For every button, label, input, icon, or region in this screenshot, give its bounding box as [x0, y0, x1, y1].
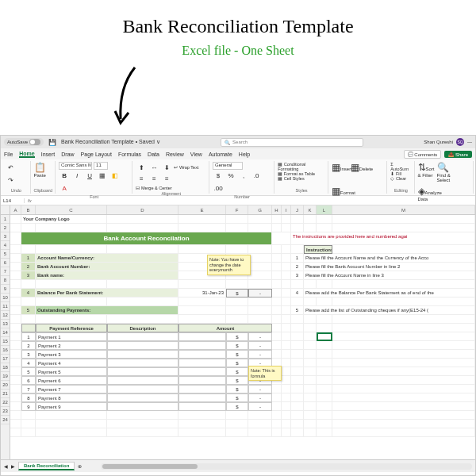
cell[interactable] [317, 224, 332, 232]
cell[interactable] [10, 376, 21, 385]
cell[interactable]: 7 [21, 385, 36, 393]
delete-button[interactable]: ▦Delete [351, 162, 368, 184]
cell[interactable] [226, 298, 248, 306]
format-button[interactable]: ▦Format [332, 186, 349, 208]
cell[interactable]: - [248, 341, 272, 350]
cell[interactable] [272, 245, 282, 254]
dec-inc-icon[interactable]: .0 [251, 170, 262, 181]
number-format-select[interactable]: General [213, 162, 243, 170]
comma-icon[interactable]: , [238, 170, 249, 181]
cell[interactable] [272, 393, 282, 402]
cell[interactable] [332, 420, 475, 428]
cell[interactable] [304, 332, 317, 341]
cell[interactable] [304, 350, 317, 359]
cell[interactable]: 9 [21, 402, 36, 411]
cell[interactable]: 5 [21, 367, 36, 376]
tab-review[interactable]: Review [166, 152, 184, 157]
cell[interactable] [282, 411, 291, 420]
col-header-I[interactable]: I [282, 205, 291, 214]
cell[interactable] [178, 420, 226, 428]
cell[interactable] [10, 341, 21, 350]
note-date[interactable]: Note: You have to change the date everym… [207, 255, 251, 275]
cell[interactable] [10, 420, 21, 428]
align-right-icon[interactable]: ≡ [161, 173, 172, 184]
cell[interactable] [226, 245, 248, 254]
cell[interactable]: 4 [21, 359, 36, 367]
merge-button[interactable]: ⊟ Merge & Center [136, 186, 171, 190]
row-header-11[interactable]: 11 [1, 302, 10, 311]
cell[interactable]: Amount [178, 324, 272, 332]
fx-icon[interactable]: fx [25, 198, 35, 203]
cell[interactable] [272, 420, 282, 428]
cell[interactable] [304, 359, 317, 367]
cell[interactable] [248, 411, 272, 420]
tab-view[interactable]: View [190, 152, 202, 157]
cell[interactable] [304, 420, 317, 428]
row-header-8[interactable]: 8 [1, 276, 10, 285]
cell[interactable] [291, 332, 304, 341]
row-header-15[interactable]: 15 [1, 337, 10, 346]
cell[interactable] [332, 385, 475, 393]
underline-icon[interactable]: U [84, 170, 95, 181]
cell[interactable] [291, 385, 304, 393]
border-icon[interactable]: ▦ [97, 170, 108, 181]
cell[interactable] [107, 411, 178, 420]
cell[interactable] [282, 332, 291, 341]
cell[interactable]: - [248, 332, 272, 341]
cell[interactable]: Bank Account Number: [36, 263, 178, 271]
cell[interactable] [178, 376, 226, 385]
cell[interactable] [178, 350, 226, 359]
cell[interactable] [282, 359, 291, 367]
cell[interactable] [332, 224, 475, 232]
cell[interactable] [107, 402, 178, 411]
cell[interactable] [291, 402, 304, 411]
cell[interactable] [178, 245, 226, 254]
cell[interactable] [272, 306, 282, 315]
cell[interactable] [272, 224, 282, 232]
cell[interactable] [272, 350, 282, 359]
cell[interactable]: Payment Reference [36, 324, 107, 332]
cell[interactable]: 3 [21, 271, 36, 280]
cell[interactable] [248, 271, 272, 280]
cell[interactable]: $ [226, 289, 248, 298]
cell[interactable] [10, 280, 21, 289]
row-header-10[interactable]: 10 [1, 294, 10, 302]
cell[interactable] [332, 215, 475, 224]
tab-pagelayout[interactable]: Page Layout [81, 152, 112, 157]
cell[interactable] [282, 324, 291, 332]
align-mid-icon[interactable]: ↔ [148, 162, 159, 173]
user-name[interactable]: Shan Qureshi [424, 140, 453, 144]
cell[interactable] [317, 385, 332, 393]
tab-insert[interactable]: Insert [41, 152, 56, 157]
cell[interactable] [178, 393, 226, 402]
cell[interactable] [291, 341, 304, 350]
cell[interactable] [248, 280, 272, 289]
find-button[interactable]: 🔍Find & Select [437, 162, 455, 184]
sort-button[interactable]: ⇅Sort & Filter [418, 162, 436, 184]
cell[interactable] [317, 341, 332, 350]
cell[interactable] [332, 341, 475, 350]
cell[interactable] [178, 215, 226, 224]
cell[interactable] [107, 315, 178, 324]
row-header-21[interactable]: 21 [1, 390, 10, 398]
align-top-icon[interactable]: ⬆ [136, 162, 147, 173]
cell[interactable]: Please add the Balance Per Bank Statemen… [304, 289, 475, 298]
cell[interactable] [282, 376, 291, 385]
paste-button[interactable]: 📋Paste [34, 162, 52, 184]
cell-styles-button[interactable]: ▦ Cell Styles [278, 176, 305, 181]
grid-area[interactable]: ABCDEFGHIJKLM 12345678910111213141516171… [1, 205, 475, 459]
tab-data[interactable]: Data [148, 152, 159, 157]
cell[interactable] [107, 224, 178, 232]
dec-dec-icon[interactable]: .00 [213, 182, 224, 194]
cell[interactable] [282, 254, 291, 263]
cell[interactable] [36, 298, 107, 306]
cell[interactable] [272, 332, 282, 341]
cell[interactable] [107, 428, 178, 437]
cell[interactable] [332, 393, 475, 402]
cell[interactable]: 1 [291, 254, 304, 263]
avatar[interactable]: SQ [456, 138, 464, 146]
cell[interactable] [248, 245, 272, 254]
cell[interactable] [178, 385, 226, 393]
cell[interactable] [10, 224, 21, 232]
cell[interactable] [107, 420, 178, 428]
